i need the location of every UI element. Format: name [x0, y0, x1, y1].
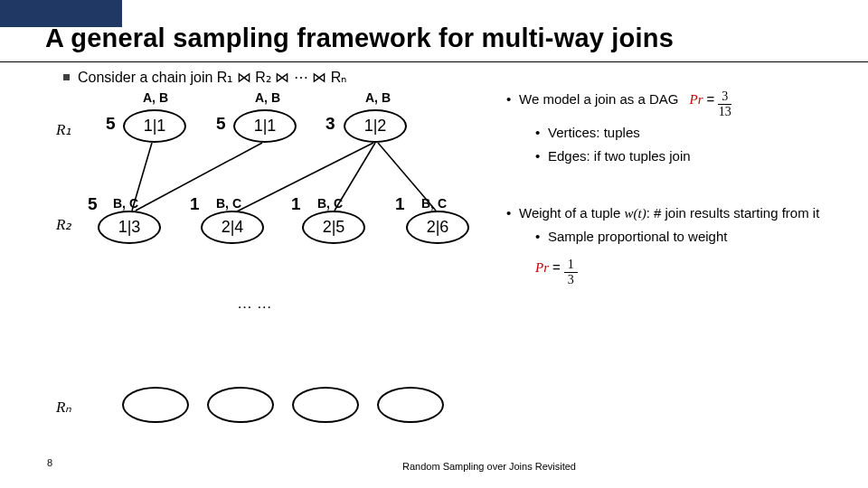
r2-node-3: 2|6 — [406, 211, 469, 244]
node-value: 2|5 — [323, 218, 345, 237]
svg-line-2 — [237, 143, 373, 211]
r1-node-2: 1|2 — [344, 109, 407, 143]
footer-caption: Random Sampling over Joins Revisited — [402, 461, 576, 472]
bullet-dot-icon: • — [506, 204, 519, 222]
node-value: 2|6 — [427, 218, 449, 237]
bullet-dot-icon: • — [506, 90, 519, 108]
node-weight: 3 — [326, 114, 335, 134]
rn-node-1 — [207, 387, 274, 423]
node-weight: 1 — [190, 194, 200, 214]
node-value: 1|2 — [364, 117, 387, 136]
rn-node-2 — [292, 387, 359, 423]
node-weight: 5 — [216, 114, 226, 134]
relation-r1: R₁ — [56, 120, 71, 139]
pr2-label: Pr — [535, 258, 549, 277]
pr2-den: 3 — [568, 273, 574, 286]
r1-node-1: 1|1 — [233, 109, 297, 143]
rn-node-3 — [377, 387, 444, 423]
relation-r2: R₂ — [56, 215, 71, 234]
bullet-dot-icon: • — [535, 124, 548, 142]
page-number: 8 — [47, 457, 52, 468]
node-value: 1|3 — [118, 218, 141, 237]
bullet-dot-icon: • — [535, 228, 548, 246]
pr1-fraction: 3 13 — [718, 90, 731, 118]
slide-title: A general sampling framework for multi-w… — [45, 23, 674, 53]
right-panel: • We model a join as a DAG Pr = 3 13 • V… — [506, 90, 859, 292]
bullet-dag: We model a join as a DAG — [519, 90, 678, 108]
r2-node-2: 2|5 — [302, 211, 365, 244]
consider-line: Consider a chain join R₁ ⋈ R₂ ⋈ ⋯ ⋈ Rₙ — [78, 69, 346, 86]
node-weight: 1 — [291, 194, 301, 214]
node-head: B, C — [317, 196, 343, 211]
bullet-edges: Edges: if two tuples join — [548, 147, 691, 165]
r2-node-0: 1|3 — [98, 211, 161, 244]
node-head: B, C — [113, 196, 138, 211]
pr2-num: 1 — [564, 258, 578, 273]
bullet-sample: Sample proportional to weight — [548, 228, 727, 246]
node-head: B, C — [216, 196, 241, 211]
node-head: B, C — [421, 196, 447, 211]
pr1-label: Pr — [689, 90, 703, 108]
node-value: 1|1 — [254, 117, 277, 136]
r2-node-1: 2|4 — [201, 211, 264, 244]
pr2-fraction: 1 3 — [564, 258, 578, 286]
bullet-dot-icon: • — [535, 147, 548, 165]
pr1-den: 13 — [719, 105, 731, 118]
node-head: A, B — [143, 90, 168, 105]
pr1-eq: = — [703, 90, 718, 108]
node-head: A, B — [365, 90, 391, 105]
bullet-weight: Weight of a tuple w(t): # join results s… — [519, 204, 819, 222]
vertical-ellipsis: … … — [237, 295, 272, 313]
bullet-vertices: Vertices: tuples — [548, 124, 640, 142]
relation-rn: Rₙ — [56, 398, 71, 417]
rn-node-0 — [122, 387, 189, 423]
node-head: A, B — [255, 90, 280, 105]
r1-node-0: 1|1 — [123, 109, 186, 143]
node-weight: 5 — [106, 114, 116, 134]
node-weight: 5 — [88, 194, 98, 214]
pr1-num: 3 — [718, 90, 731, 105]
node-value: 1|1 — [144, 117, 166, 136]
title-underline — [0, 61, 868, 62]
pr2-eq: = — [549, 258, 564, 277]
node-value: 2|4 — [222, 218, 244, 237]
bullet-icon — [63, 74, 70, 80]
node-weight: 1 — [395, 194, 405, 214]
